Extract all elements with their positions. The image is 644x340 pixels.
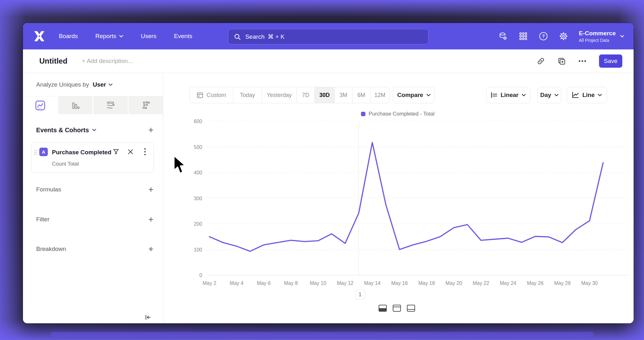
nav-item-reports[interactable]: Reports — [95, 33, 123, 40]
compare-dropdown[interactable]: Compare — [393, 87, 435, 103]
range-3m[interactable]: 3M — [334, 87, 353, 103]
project-switcher[interactable]: E-Commerce All Project Data — [579, 30, 624, 43]
filter-label: Filter — [36, 216, 49, 223]
event-name[interactable]: Purchase Completed — [52, 149, 111, 156]
duplicate-icon[interactable] — [558, 57, 566, 65]
more-options-icon[interactable] — [578, 57, 586, 65]
search-shortcut: ⌘ + K — [268, 33, 284, 40]
chart-legend: Purchase Completed - Total — [332, 111, 464, 117]
event-metric-dropdown[interactable]: Count Total — [52, 161, 79, 167]
range-yesterday[interactable]: Yesterday — [262, 87, 297, 103]
svg-text:May 12: May 12 — [337, 280, 353, 286]
svg-text:May 18: May 18 — [418, 280, 435, 286]
svg-text:200: 200 — [194, 221, 202, 227]
report-header: Untitled + Add description... Save — [23, 49, 634, 73]
tab-line-chart[interactable] — [23, 96, 57, 114]
help-icon[interactable]: ? — [539, 31, 548, 41]
data-management-icon[interactable] — [498, 31, 508, 41]
svg-text:May 14: May 14 — [364, 280, 381, 286]
range-today[interactable]: Today — [233, 87, 262, 103]
range-30d[interactable]: 30D — [314, 87, 335, 103]
range-6m[interactable]: 6M — [352, 87, 370, 103]
chart-type-dropdown[interactable]: Line — [567, 87, 607, 103]
drag-handle-icon[interactable] — [34, 150, 37, 155]
page-indicator[interactable]: 1 — [355, 290, 365, 299]
chevron-down-icon — [620, 35, 624, 37]
event-more-options-icon[interactable] — [142, 148, 148, 155]
apps-grid-icon[interactable] — [519, 31, 528, 41]
add-formula-button[interactable]: + — [148, 185, 153, 194]
chevron-down-icon — [598, 94, 602, 96]
svg-text:May 2: May 2 — [203, 280, 216, 286]
nav-item-boards[interactable]: Boards — [59, 33, 78, 40]
chevron-down-icon — [92, 129, 96, 131]
nav-links: Boards Reports Users Events — [59, 33, 192, 40]
svg-text:100: 100 — [194, 247, 202, 252]
analyze-prefix: Analyze Uniques by — [36, 81, 89, 88]
scatter-icon — [141, 100, 151, 111]
svg-text:?: ? — [542, 34, 545, 39]
event-card[interactable]: A Purchase Completed Count Total — [31, 142, 154, 173]
top-nav: Boards Reports Users Events Search ⌘ + K — [23, 23, 634, 49]
search-input[interactable]: Search ⌘ + K — [228, 29, 429, 44]
report-title[interactable]: Untitled — [39, 57, 67, 65]
svg-text:May 10: May 10 — [310, 280, 326, 286]
copy-link-icon[interactable] — [537, 57, 545, 65]
events-cohorts-label[interactable]: Events & Cohorts — [36, 127, 96, 134]
scale-dropdown[interactable]: Linear — [486, 87, 530, 103]
tab-bar-chart[interactable] — [58, 96, 92, 114]
legend-label: Purchase Completed - Total — [369, 111, 434, 117]
breakdown-section: Breakdown + — [23, 241, 163, 257]
interval-dropdown[interactable]: Day — [537, 87, 561, 103]
chevron-down-icon — [119, 35, 123, 37]
layout-bottom-bar-icon[interactable] — [406, 303, 416, 313]
settings-gear-icon[interactable] — [559, 31, 568, 41]
svg-text:May 8: May 8 — [284, 280, 298, 286]
svg-text:May 24: May 24 — [500, 280, 517, 286]
insights-line-chart[interactable]: 0100200300400500600May 2May 4May 6May 8M… — [176, 119, 634, 297]
add-breakdown-button[interactable]: + — [148, 245, 153, 253]
line-type-icon — [572, 92, 579, 99]
remove-event-icon[interactable] — [127, 148, 134, 155]
flow-icon — [105, 100, 116, 111]
nav-item-users[interactable]: Users — [141, 33, 157, 40]
layout-top-bar-icon[interactable] — [392, 303, 402, 313]
add-description[interactable]: + Add description... — [82, 58, 133, 65]
svg-text:600: 600 — [194, 119, 202, 124]
linear-scale-icon — [491, 92, 497, 98]
add-event-button[interactable]: + — [148, 126, 153, 134]
collapse-sidebar-icon[interactable] — [144, 314, 153, 322]
analyze-value-dropdown[interactable]: User — [93, 81, 106, 88]
chevron-down-icon — [522, 94, 526, 96]
breakdown-label: Breakdown — [36, 246, 66, 252]
mouse-cursor — [172, 155, 187, 176]
range-12m[interactable]: 12M — [370, 87, 390, 103]
query-sidebar: Analyze Uniques by User — [23, 73, 163, 323]
filter-funnel-icon[interactable] — [113, 148, 119, 155]
line-chart-icon — [35, 100, 46, 111]
tab-flow-chart[interactable] — [93, 96, 128, 114]
svg-text:May 22: May 22 — [473, 280, 489, 286]
filter-section: Filter + — [23, 212, 163, 227]
svg-text:300: 300 — [194, 196, 202, 201]
legend-swatch — [361, 112, 365, 116]
add-filter-button[interactable]: + — [148, 215, 153, 224]
events-cohorts-header: Events & Cohorts + — [23, 122, 163, 138]
chevron-down-icon — [554, 94, 558, 96]
tab-scatter-chart[interactable] — [129, 96, 163, 114]
range-custom[interactable]: Custom — [189, 87, 233, 103]
report-main: Custom Today Yesterday 7D 30D 3M 6M 12M … — [163, 73, 634, 323]
layout-split-bottom-icon[interactable] — [378, 303, 388, 313]
save-button[interactable]: Save — [599, 54, 622, 68]
svg-text:May 6: May 6 — [257, 280, 271, 286]
bar-chart-icon — [70, 100, 81, 111]
layout-toggle-group — [378, 303, 416, 313]
project-name: E-Commerce — [579, 30, 616, 37]
event-badge: A — [39, 148, 48, 156]
nav-item-events[interactable]: Events — [174, 33, 192, 40]
app-window: Boards Reports Users Events Search ⌘ + K — [23, 23, 634, 323]
range-7d[interactable]: 7D — [297, 87, 315, 103]
svg-text:0: 0 — [199, 273, 202, 278]
mixpanel-logo-icon[interactable] — [32, 31, 46, 42]
svg-text:May 28: May 28 — [554, 280, 571, 286]
